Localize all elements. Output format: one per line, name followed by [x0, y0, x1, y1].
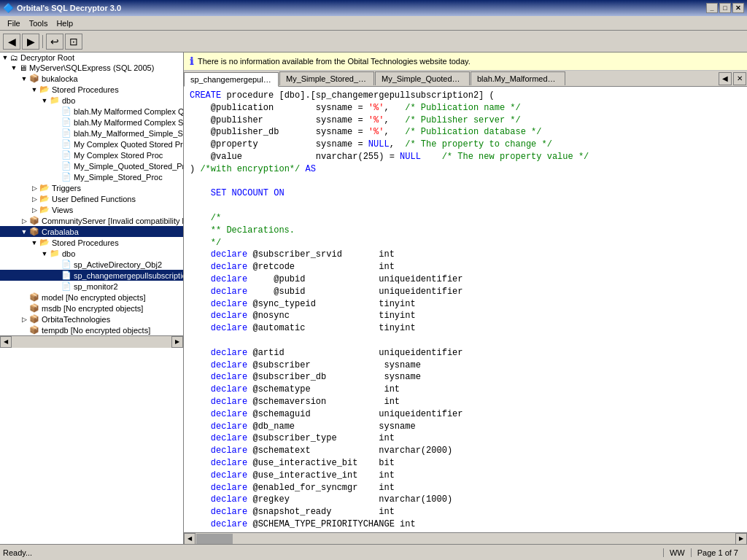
tree-sproc3-label: sp_monitor2: [74, 282, 118, 291]
tree-udf[interactable]: ▷ 📂 User Defined Functions: [0, 193, 183, 204]
tree-panel[interactable]: ▼ 🗂 Decryptor Root ▼ 🖥 MyServer\SQLExpre…: [0, 52, 184, 544]
folder-icon: 📂: [39, 194, 50, 203]
tab-my-simple-stored-proc[interactable]: My_Simple_Stored_Proc: [279, 71, 374, 85]
server-icon: 🖥: [19, 63, 27, 72]
tree-sproc3[interactable]: ▷ 📄 sp_monitor2: [0, 281, 183, 292]
back-button[interactable]: ◀: [3, 34, 20, 50]
status-ww: WW: [663, 548, 691, 557]
hscroll-right-button[interactable]: ▶: [171, 336, 183, 348]
statusbar: Ready... WW Page 1 of 7: [0, 544, 747, 560]
app-icon: 🔷: [3, 3, 14, 13]
close-button[interactable]: ✕: [732, 3, 744, 13]
tab-scroll-left-button[interactable]: ◀: [719, 72, 732, 85]
tabs-bar: sp_changemergepullsubscription2 My_Simpl…: [184, 71, 747, 87]
right-panel: ℹ There is no information available from…: [184, 52, 747, 544]
code-hscroll-thumb[interactable]: [196, 534, 233, 544]
tree-proc5-label: My Complex Stored Proc: [74, 151, 163, 160]
tree-sproc1-label: sp_ActiveDirectory_Obj2: [74, 260, 162, 269]
expand-icon: ▼: [1, 54, 9, 61]
code-hscroll-right-button[interactable]: ▶: [735, 533, 747, 545]
minimize-button[interactable]: _: [706, 3, 718, 13]
tree-dbo2[interactable]: ▼ 📁 dbo: [0, 248, 183, 259]
proc-icon: 📄: [61, 161, 71, 171]
tree-proc4[interactable]: ▷ 📄 My Complex Quoted Stored Proc: [0, 139, 183, 149]
expand-icon: ▼: [20, 228, 28, 236]
tree-triggers[interactable]: ▷ 📂 Triggers: [0, 182, 183, 193]
tree-sproc1[interactable]: ▷ 📄 sp_ActiveDirectory_Obj2: [0, 259, 183, 270]
tree-tempdb-label: tempdb [No encrypted objects]: [42, 326, 150, 335]
tree-storedprocs2[interactable]: ▼ 📂 Stored Procedures: [0, 237, 183, 248]
tab-controls: ◀ ✕: [718, 71, 747, 86]
status-ready-text: Ready...: [3, 548, 663, 557]
hscroll-left-button[interactable]: ◀: [0, 336, 12, 348]
app-title: Orbital's SQL Decryptor 3.0: [17, 4, 121, 12]
tree-myserver[interactable]: ▼ 🖥 MyServer\SQLExpress (SQL 2005): [0, 63, 183, 73]
tab-sp-changemergepullsubscription2[interactable]: sp_changemergepullsubscription2: [184, 72, 279, 87]
menu-file[interactable]: File: [3, 18, 25, 29]
tree-bukalocka[interactable]: ▼ 📦 bukalocka: [0, 73, 183, 84]
tree-storedprocs2-label: Stored Procedures: [52, 238, 119, 247]
db-icon: 📦: [29, 314, 39, 324]
info-bar: ℹ There is no information available from…: [184, 52, 747, 71]
tree-proc5[interactable]: ▷ 📄 My Complex Stored Proc: [0, 149, 183, 160]
tree-sproc2[interactable]: ▷ 📄 sp_changemergepullsubscription2: [0, 270, 183, 281]
expand-icon: ▼: [41, 250, 48, 257]
folder-icon: 📂: [39, 183, 50, 192]
tree-proc3[interactable]: ▷ 📄 blah.My_Malformed_Simple_Stored_P: [0, 128, 183, 139]
maximize-button[interactable]: □: [719, 3, 731, 13]
tree-communityserver[interactable]: ▷ 📦 CommunityServer [Invalid compatibili…: [0, 215, 183, 226]
tree-tempdb[interactable]: ▷ 📦 tempdb [No encrypted objects]: [0, 324, 183, 335]
tab-close-button[interactable]: ✕: [733, 72, 746, 85]
tree-storedprocs1-label: Stored Procedures: [52, 85, 119, 94]
menubar: File Tools Help: [0, 16, 747, 31]
db-icon: 📦: [29, 227, 39, 236]
tree-proc2[interactable]: ▷ 📄 blah.My Malformed Complex Stored Pr: [0, 117, 183, 128]
proc-icon: 📄: [61, 150, 71, 160]
info-message: There is no information available from t…: [198, 57, 471, 66]
proc-icon: 📄: [61, 172, 71, 182]
tree-storedprocs1[interactable]: ▼ 📂 Stored Procedures: [0, 84, 183, 95]
expand-icon: ▷: [31, 206, 38, 214]
tree-proc1[interactable]: ▷ 📄 blah.My Malformed Complex Quoted S: [0, 106, 183, 117]
tree-views[interactable]: ▷ 📂 Views: [0, 204, 183, 215]
tree-proc2-label: blah.My Malformed Complex Stored Pr: [74, 118, 184, 127]
menu-help[interactable]: Help: [52, 18, 77, 29]
tree-proc7[interactable]: ▷ 📄 My_Simple_Stored_Proc: [0, 171, 183, 182]
forward-button[interactable]: ▶: [22, 34, 39, 50]
db-icon: 📦: [29, 74, 39, 83]
expand-icon: ▷: [31, 184, 38, 192]
tree-msdb[interactable]: ▷ 📦 msdb [No encrypted objects]: [0, 303, 183, 314]
menu-tools[interactable]: Tools: [25, 18, 53, 29]
code-hscroll-track[interactable]: [196, 533, 735, 545]
expand-icon: ▼: [31, 239, 38, 246]
hscroll-track[interactable]: [12, 336, 171, 348]
window-controls: _ □ ✕: [706, 3, 744, 13]
tree-proc7-label: My_Simple_Stored_Proc: [74, 173, 163, 182]
stop-button[interactable]: ⊡: [65, 34, 82, 50]
tab-blah-malformed[interactable]: blah.My_Malformed_Simple_Quote...: [471, 71, 565, 85]
tree-root[interactable]: ▼ 🗂 Decryptor Root: [0, 52, 183, 63]
tree-communityserver-label: CommunityServer [Invalid compatibility l…: [42, 217, 184, 225]
toolbar: ◀ ▶ ↩ ⊡: [0, 31, 747, 52]
db-icon: 📦: [29, 303, 39, 313]
tree-crabalaba[interactable]: ▼ 📦 Crabalaba: [0, 226, 183, 237]
refresh-button[interactable]: ↩: [46, 34, 63, 50]
expand-icon: ▼: [10, 64, 18, 71]
tree-msdb-label: msdb [No encrypted objects]: [42, 304, 143, 313]
expand-icon: ▷: [31, 195, 38, 203]
tree-orbitaltechnologies-label: OrbitaTechnologies: [42, 315, 110, 324]
tree-orbitaltechnologies[interactable]: ▷ 📦 OrbitaTechnologies: [0, 314, 183, 324]
proc-icon: 📄: [61, 117, 71, 127]
tree-dbo1[interactable]: ▼ 📁 dbo: [0, 95, 183, 106]
proc-icon: 📄: [61, 260, 71, 269]
titlebar: 🔷 Orbital's SQL Decryptor 3.0 _ □ ✕: [0, 0, 747, 16]
tree-views-label: Views: [52, 206, 73, 214]
tree-proc4-label: My Complex Quoted Stored Proc: [74, 140, 184, 149]
code-hscroll-left-button[interactable]: ◀: [184, 533, 196, 545]
tree-bukalocka-label: bukalocka: [42, 74, 78, 83]
code-editor[interactable]: CREATE procedure [dbo].[sp_changemergepu…: [184, 87, 747, 532]
tree-proc6[interactable]: ▷ 📄 My_Simple_Quoted_Stored_Proc: [0, 160, 183, 171]
proc-icon: 📄: [61, 271, 71, 280]
tree-model[interactable]: ▷ 📦 model [No encrypted objects]: [0, 292, 183, 303]
tab-my-simple-quoted-stored-proc[interactable]: My_Simple_Quoted_Stored_Proc: [375, 71, 470, 85]
